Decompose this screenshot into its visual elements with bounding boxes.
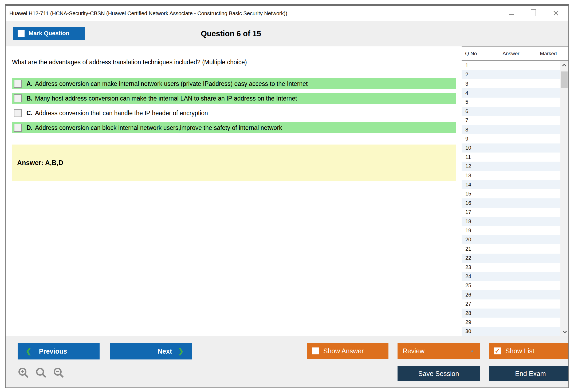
question-list-row-12[interactable]: 12: [462, 162, 568, 171]
save-session-label: Save Session: [418, 370, 459, 378]
question-list-row-1[interactable]: 1: [462, 61, 568, 70]
question-list: 1234567891011121314151617181920212223242…: [462, 61, 568, 336]
question-list-row-19[interactable]: 19: [462, 226, 568, 235]
save-session-button[interactable]: Save Session: [398, 366, 480, 381]
options-list: A.Address conversion can make internal n…: [12, 78, 456, 133]
zoom-in-icon[interactable]: [17, 367, 30, 379]
question-list-header: Q No. Answer Marked: [462, 46, 568, 61]
option-row-b[interactable]: B.Many host address conversion can make …: [12, 93, 456, 104]
next-button[interactable]: Next ❯: [110, 343, 192, 359]
option-letter: A.: [26, 80, 33, 87]
header-strip: Mark Question Question 6 of 15: [6, 21, 568, 46]
chevron-right-icon: ❯: [178, 348, 184, 355]
show-answer-label: Show Answer: [323, 347, 364, 355]
option-text: Address conversion can block internal ne…: [35, 124, 282, 131]
chevron-down-icon: [563, 329, 567, 333]
previous-label: Previous: [39, 347, 67, 355]
footer-toolbar: ❮ Previous Next ❯ Show Answer Review ▲ ✓…: [6, 336, 568, 387]
question-list-row-17[interactable]: 17: [462, 208, 568, 217]
scroll-down-button[interactable]: [560, 327, 568, 336]
question-list-row-11[interactable]: 11: [462, 153, 568, 162]
question-list-row-8[interactable]: 8: [462, 125, 568, 134]
question-list-row-25[interactable]: 25: [462, 281, 568, 290]
maximize-button[interactable]: [531, 9, 536, 17]
maximize-icon: [531, 9, 536, 16]
option-text: Many host address conversion can make th…: [35, 95, 297, 102]
review-label: Review: [403, 347, 424, 355]
scroll-up-button[interactable]: [560, 61, 568, 70]
question-list-row-23[interactable]: 23: [462, 263, 568, 272]
close-button[interactable]: ✕: [553, 9, 559, 17]
question-list-row-10[interactable]: 10: [462, 143, 568, 153]
option-letter: C.: [26, 110, 33, 117]
show-list-checkbox[interactable]: ✓: [494, 347, 501, 354]
question-list-row-9[interactable]: 9: [462, 134, 568, 143]
question-list-row-5[interactable]: 5: [462, 98, 568, 107]
question-list-row-4[interactable]: 4: [462, 88, 568, 97]
show-answer-button[interactable]: Show Answer: [307, 343, 388, 359]
minimize-icon: [509, 14, 514, 15]
end-exam-button[interactable]: End Exam: [489, 366, 569, 381]
question-list-row-14[interactable]: 14: [462, 180, 568, 189]
option-row-d[interactable]: D.Address conversion can block internal …: [12, 122, 456, 133]
question-list-row-27[interactable]: 27: [462, 299, 568, 309]
question-list-row-6[interactable]: 6: [462, 107, 568, 116]
column-marked: Marked: [528, 51, 568, 57]
option-text: Address conversion that can handle the I…: [35, 110, 208, 117]
option-row-c[interactable]: C.Address conversion that can handle the…: [12, 107, 456, 119]
chevron-up-icon: [562, 64, 566, 68]
main-area: What are the advantages of address trans…: [6, 46, 568, 336]
review-button[interactable]: Review ▲: [398, 343, 480, 359]
question-list-row-26[interactable]: 26: [462, 290, 568, 299]
question-list-row-2[interactable]: 2: [462, 70, 568, 79]
question-list-panel: Q No. Answer Marked 12345678910111213141…: [462, 46, 568, 336]
zoom-reset-icon[interactable]: [35, 367, 47, 379]
question-list-row-3[interactable]: 3: [462, 79, 568, 88]
triangle-up-icon: ▲: [470, 348, 474, 354]
window-title: Huawei H12-711 (HCNA-Security-CBSN (Huaw…: [6, 10, 287, 17]
question-list-row-30[interactable]: 30: [462, 327, 568, 336]
app-window: Huawei H12-711 (HCNA-Security-CBSN (Huaw…: [5, 4, 569, 388]
previous-button[interactable]: ❮ Previous: [18, 343, 100, 359]
question-list-row-16[interactable]: 16: [462, 198, 568, 207]
show-list-label: Show List: [505, 347, 534, 355]
check-icon: ✓: [495, 348, 500, 354]
column-qno: Q No.: [462, 51, 494, 57]
next-label: Next: [158, 347, 172, 355]
option-row-a[interactable]: A.Address conversion can make internal n…: [12, 78, 456, 89]
option-letter: D.: [26, 124, 33, 131]
question-list-row-20[interactable]: 20: [462, 235, 568, 244]
answer-box: Answer: A,B,D: [12, 145, 456, 181]
question-list-row-18[interactable]: 18: [462, 217, 568, 226]
zoom-controls: [17, 367, 65, 379]
option-checkbox[interactable]: [14, 124, 22, 132]
question-list-row-13[interactable]: 13: [462, 171, 568, 180]
zoom-out-icon[interactable]: [53, 367, 65, 379]
chevron-left-icon: ❮: [26, 348, 32, 355]
scrollbar-thumb[interactable]: [561, 71, 568, 88]
option-checkbox[interactable]: [14, 94, 22, 102]
option-checkbox[interactable]: [14, 80, 22, 88]
question-list-row-21[interactable]: 21: [462, 244, 568, 253]
window-controls: ✕: [509, 9, 568, 17]
end-exam-label: End Exam: [515, 370, 546, 378]
option-letter: B.: [26, 95, 33, 102]
option-checkbox[interactable]: [14, 109, 22, 117]
minimize-button[interactable]: [509, 11, 514, 16]
title-bar: Huawei H12-711 (HCNA-Security-CBSN (Huaw…: [6, 6, 568, 21]
option-text: Address conversion can make internal net…: [35, 80, 308, 87]
question-counter: Question 6 of 15: [6, 21, 456, 46]
answer-text: Answer: A,B,D: [17, 159, 63, 167]
question-list-row-15[interactable]: 15: [462, 189, 568, 198]
show-list-button[interactable]: ✓ Show List: [489, 343, 569, 359]
question-panel: What are the advantages of address trans…: [6, 46, 462, 336]
question-list-row-7[interactable]: 7: [462, 116, 568, 125]
question-list-row-22[interactable]: 22: [462, 254, 568, 263]
question-list-row-28[interactable]: 28: [462, 309, 568, 318]
question-text: What are the advantages of address trans…: [12, 59, 456, 66]
show-answer-checkbox[interactable]: [312, 347, 319, 354]
question-list-row-29[interactable]: 29: [462, 318, 568, 327]
column-answer: Answer: [494, 51, 528, 57]
question-list-scrollbar[interactable]: [560, 61, 568, 336]
question-list-row-24[interactable]: 24: [462, 272, 568, 281]
